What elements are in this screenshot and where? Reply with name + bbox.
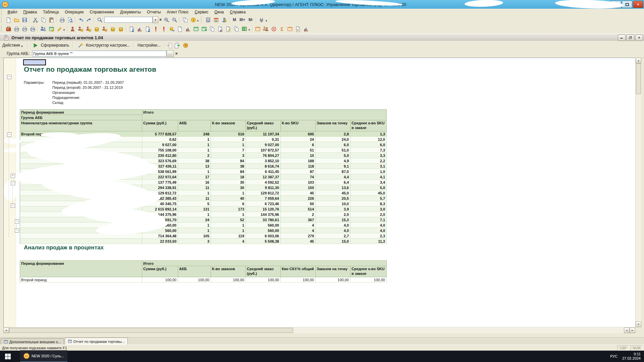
cell-value[interactable]: 118 <box>281 164 316 169</box>
sum-sigma-icon[interactable] <box>278 25 286 33</box>
cell-value[interactable]: 6 411,45 <box>246 169 281 174</box>
cell-value[interactable]: 367 <box>281 217 316 223</box>
cell-value[interactable]: 100,00 <box>351 277 387 283</box>
cell-value[interactable]: 103 <box>281 180 316 185</box>
cell-value[interactable]: 560,00 <box>246 223 281 228</box>
akb-group-input[interactable] <box>32 51 166 57</box>
cell-value[interactable]: 4,1 <box>351 174 387 180</box>
cell-value[interactable]: 6,0 <box>351 142 387 147</box>
cell-value[interactable]: 3,3 <box>351 153 387 158</box>
cell-value[interactable]: 7,1 <box>351 217 387 223</box>
cell-value[interactable]: 4 592,52 <box>246 180 281 185</box>
chart-red-icon[interactable] <box>184 25 192 33</box>
cell-value[interactable]: 51 <box>281 147 316 153</box>
cell-value[interactable]: 45,0 <box>351 190 387 196</box>
cell-value[interactable]: 38 <box>178 158 211 164</box>
find-icon[interactable] <box>96 16 104 24</box>
cell-value[interactable]: 1 <box>211 142 246 147</box>
taskbar-1c-task[interactable]: 1С NEW 2020 / Суль... <box>20 350 67 362</box>
child-minimize-button[interactable] <box>618 35 626 41</box>
menu-таблица[interactable]: Таблица <box>40 9 62 15</box>
cell-value[interactable]: 0,62 <box>142 137 178 142</box>
menu-окна[interactable]: Окна <box>211 9 227 15</box>
bottom-tab[interactable]: Дополнительные внешние о... <box>1 338 64 345</box>
cell-value[interactable]: 1 <box>211 212 246 217</box>
bottom-tab[interactable]: Отчет по продажам торговы... <box>65 338 128 345</box>
cell-value[interactable]: 3 <box>178 239 211 244</box>
scroll-left-button[interactable]: ◄ <box>3 327 9 333</box>
zoom-in-icon[interactable] <box>162 16 170 24</box>
cell-value[interactable]: 5,0 <box>316 153 351 158</box>
cell-value[interactable]: 9 027,00 <box>246 142 281 147</box>
expand-group-icon[interactable]: + <box>11 174 15 178</box>
cell-value[interactable]: 100,00 <box>211 277 246 283</box>
power-icon[interactable] <box>258 16 266 24</box>
cell-value[interactable]: 24 <box>281 137 316 142</box>
cell-value[interactable]: 74 <box>281 174 316 180</box>
cell-value[interactable]: 119 <box>211 233 246 239</box>
save-settings-icon[interactable] <box>174 41 182 49</box>
menu-отчеты[interactable]: Отчеты <box>144 9 164 15</box>
cell-value[interactable]: 2,2 <box>351 158 387 164</box>
cell-value[interactable]: 150 <box>281 185 316 190</box>
cell-value[interactable]: 3,0 <box>351 206 387 212</box>
table-orange-icon[interactable] <box>254 25 262 33</box>
new-document-icon[interactable] <box>4 16 12 24</box>
cell-value[interactable]: 7 <box>211 147 246 153</box>
doc-orange-icon[interactable] <box>294 25 302 33</box>
cell-value[interactable]: 17 <box>178 174 211 180</box>
quick-search-input[interactable] <box>104 17 153 23</box>
print-report-icon[interactable] <box>12 25 20 33</box>
coins-icon[interactable] <box>117 25 125 33</box>
cell-value[interactable]: 10,0 <box>316 201 351 206</box>
cell-value[interactable]: 2,3 <box>351 233 387 239</box>
cell-value[interactable]: 10 <box>281 153 316 158</box>
cell-value[interactable]: 76 804,27 <box>246 153 281 158</box>
cell-value[interactable]: 9 811,30 <box>246 185 281 190</box>
cell-value[interactable]: 129 812,72 <box>246 190 281 196</box>
cell-value[interactable]: 6 003,06 <box>246 233 281 239</box>
cell-value[interactable]: 1 <box>178 190 211 196</box>
menu-операции[interactable]: Операции <box>62 9 87 15</box>
cell-value[interactable]: 22 033,50 <box>142 239 178 244</box>
cell-value[interactable]: 2,0 <box>351 212 387 217</box>
cell-value[interactable]: 87 <box>281 169 316 174</box>
cell-value[interactable]: 4,0 <box>351 223 387 228</box>
help-icon[interactable] <box>182 41 190 49</box>
print-report-icon[interactable] <box>20 25 29 33</box>
cell-value[interactable]: 24 <box>178 217 211 223</box>
memory-m--button[interactable]: M- <box>247 17 255 23</box>
cell-value[interactable]: 16 <box>178 180 211 185</box>
cell-value[interactable]: 1,0 <box>351 169 387 174</box>
cell-value[interactable]: 11 <box>178 196 211 201</box>
doc-chart-icon[interactable] <box>216 25 224 33</box>
coins-icon[interactable] <box>109 25 117 33</box>
cell-value[interactable]: 226 <box>281 196 316 201</box>
cell-value[interactable]: 1 <box>178 137 211 142</box>
cell-value[interactable]: 516 <box>211 131 246 137</box>
paste-icon[interactable] <box>47 16 55 24</box>
cell-value[interactable]: 30 <box>211 185 246 190</box>
info-icon[interactable] <box>189 16 197 24</box>
cell-value[interactable]: 4,0 <box>316 228 351 233</box>
cell-value[interactable]: 5 <box>178 201 211 206</box>
selected-cell[interactable] <box>23 59 46 65</box>
cell-value[interactable]: 8 616,74 <box>246 164 281 169</box>
coins-icon[interactable] <box>93 25 101 33</box>
toolbar-grip[interactable] <box>1 9 3 15</box>
cell-value[interactable]: 1 <box>178 142 211 147</box>
cell-value[interactable]: 514 <box>281 206 316 212</box>
cell-value[interactable]: 695 <box>281 131 316 137</box>
cell-value[interactable]: 2,7 <box>316 233 351 239</box>
cell-value[interactable]: 5 508,38 <box>246 239 281 244</box>
cell-value[interactable]: 4,9 <box>316 158 351 164</box>
cell-value[interactable]: 560,00 <box>246 228 281 233</box>
cell-value[interactable]: 6 <box>211 201 246 206</box>
memory-m-button[interactable]: M <box>231 17 238 23</box>
coins-arrow-icon[interactable] <box>168 25 176 33</box>
doc-agent-icon[interactable] <box>128 25 136 33</box>
doc-pencil-icon[interactable] <box>224 25 232 33</box>
collapse-group-icon[interactable]: − <box>11 203 15 208</box>
cell-value[interactable]: 3 <box>211 153 246 158</box>
cell-value[interactable]: 100,00 <box>142 277 178 283</box>
